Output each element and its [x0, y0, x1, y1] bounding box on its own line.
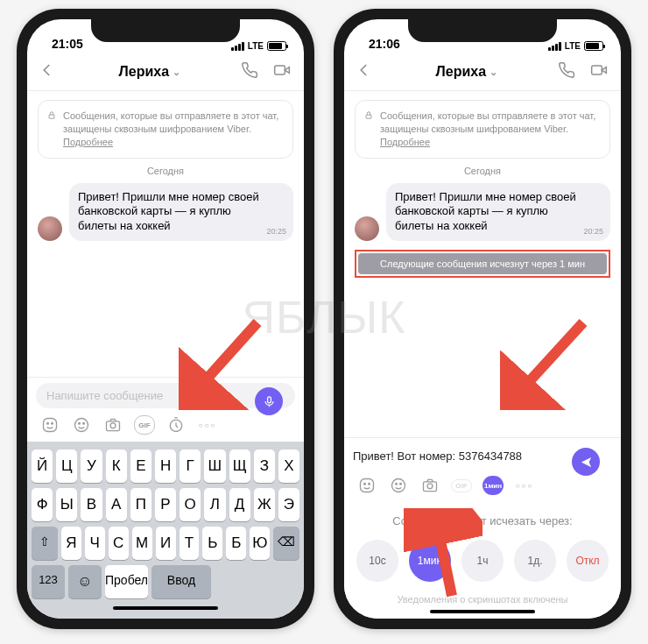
encryption-notice: Сообщения, которые вы отправляете в этот… — [355, 100, 610, 159]
more-icon[interactable]: ○○○ — [514, 476, 535, 495]
notch — [408, 18, 557, 42]
key-Ь[interactable]: Ь — [202, 527, 222, 560]
timer-icon[interactable] — [166, 415, 187, 435]
timer-option-10s[interactable]: 10с — [356, 540, 398, 582]
home-indicator[interactable] — [430, 610, 535, 613]
phone-left: 21:05 LTE Лериха ⌄ — [17, 9, 314, 629]
key-Ч[interactable]: Ч — [85, 527, 105, 560]
key-Я[interactable]: Я — [61, 527, 81, 560]
more-link[interactable]: Подробнее — [63, 137, 113, 147]
key-Ы[interactable]: Ы — [56, 488, 77, 521]
input-bar: Привет! Вот номер: 5376434788 GIF 1мин ○… — [344, 437, 621, 502]
sticker-icon[interactable] — [388, 476, 409, 495]
key-Р[interactable]: Р — [155, 488, 176, 521]
call-icon[interactable] — [241, 61, 258, 82]
key-П[interactable]: П — [130, 488, 151, 521]
timer-option-1d[interactable]: 1д. — [514, 540, 556, 582]
enter-key[interactable]: Ввод — [151, 565, 211, 598]
svg-point-7 — [75, 419, 88, 432]
panel-title: Сообщения будут исчезать через: — [353, 514, 612, 527]
timer-option-1h[interactable]: 1ч — [461, 540, 504, 582]
svg-point-25 — [427, 484, 433, 489]
signal-icon — [548, 42, 561, 51]
svg-marker-1 — [285, 67, 289, 73]
svg-rect-2 — [49, 115, 54, 118]
svg-point-11 — [110, 423, 116, 428]
svg-point-9 — [83, 423, 85, 425]
backspace-key[interactable]: ⌫ — [273, 527, 299, 560]
key-М[interactable]: М — [132, 527, 152, 560]
123-key[interactable]: 123 — [32, 565, 65, 598]
timer-pill[interactable]: 1мин — [482, 476, 504, 495]
key-Ю[interactable]: Ю — [250, 527, 270, 560]
key-Ф[interactable]: Ф — [32, 488, 53, 521]
key-Ж[interactable]: Ж — [254, 488, 275, 521]
key-Ц[interactable]: Ц — [56, 449, 77, 483]
key-Ш[interactable]: Ш — [204, 449, 225, 483]
svg-point-6 — [52, 423, 53, 425]
message-text: Привет! Пришли мне номер своей банковско… — [395, 190, 576, 233]
video-icon[interactable] — [272, 61, 292, 82]
emoji-key[interactable]: ☺ — [68, 565, 102, 598]
signal-icon — [231, 42, 244, 51]
space-key[interactable]: Пробел — [105, 565, 148, 598]
emoji-icon[interactable] — [39, 415, 60, 435]
key-Е[interactable]: Е — [130, 449, 151, 483]
video-icon[interactable] — [589, 61, 609, 82]
back-icon[interactable] — [39, 62, 59, 81]
key-Г[interactable]: Г — [180, 449, 201, 483]
toolbar: GIF 1мин ○○○ — [353, 474, 612, 497]
shift-key[interactable]: ⇧ — [32, 527, 58, 560]
chat-name: Лериха — [119, 64, 170, 79]
key-Н[interactable]: Н — [155, 449, 176, 483]
sticker-icon[interactable] — [71, 415, 92, 435]
key-Х[interactable]: Х — [278, 449, 299, 483]
key-И[interactable]: И — [156, 527, 176, 560]
avatar[interactable] — [38, 216, 62, 241]
day-label: Сегодня — [38, 166, 293, 176]
avatar[interactable] — [355, 216, 379, 241]
timer-option-off[interactable]: Откл — [567, 540, 609, 582]
chevron-down-icon: ⌄ — [173, 67, 180, 77]
back-icon[interactable] — [356, 62, 376, 81]
key-А[interactable]: А — [106, 488, 127, 521]
chat-body: Сообщения, которые вы отправляете в этот… — [27, 91, 304, 377]
key-Э[interactable]: Э — [278, 488, 299, 521]
camera-icon[interactable] — [102, 415, 123, 435]
key-У[interactable]: У — [81, 449, 102, 483]
gif-button: GIF — [451, 476, 472, 495]
camera-icon[interactable] — [419, 476, 440, 495]
chat-title[interactable]: Лериха ⌄ — [66, 64, 234, 80]
key-В[interactable]: В — [81, 488, 102, 521]
chat-title[interactable]: Лериха ⌄ — [383, 64, 551, 80]
svg-rect-4 — [44, 419, 57, 432]
key-Щ[interactable]: Щ — [229, 449, 250, 483]
key-Б[interactable]: Б — [226, 527, 246, 560]
key-К[interactable]: К — [106, 449, 127, 483]
screenshot-note: Уведомления о скриншотах включены — [353, 594, 612, 605]
home-indicator[interactable] — [113, 606, 218, 610]
svg-rect-17 — [366, 115, 371, 118]
key-О[interactable]: О — [180, 488, 201, 521]
key-Л[interactable]: Л — [204, 488, 225, 521]
timer-option-1min[interactable]: 1мин — [409, 540, 451, 582]
key-С[interactable]: С — [109, 527, 129, 560]
gif-button[interactable]: GIF — [134, 415, 155, 435]
more-icon[interactable]: ○○○ — [197, 415, 218, 435]
key-Т[interactable]: Т — [180, 527, 200, 560]
emoji-icon[interactable] — [356, 476, 377, 495]
chat-body: Сообщения, которые вы отправляете в этот… — [344, 91, 621, 437]
status-time: 21:05 — [52, 37, 83, 51]
microphone-button[interactable] — [255, 387, 283, 415]
key-Й[interactable]: Й — [32, 449, 53, 483]
message-bubble[interactable]: Привет! Пришли мне номер своей банковско… — [386, 183, 610, 242]
ephemeral-banner: Следующие сообщения исчезнут через 1 мин — [358, 253, 607, 274]
send-button[interactable] — [572, 448, 600, 476]
lock-icon — [364, 110, 373, 120]
toolbar: GIF ○○○ — [36, 414, 295, 436]
message-bubble[interactable]: Привет! Пришли мне номер своей банковско… — [69, 183, 293, 242]
key-Д[interactable]: Д — [229, 488, 250, 521]
call-icon[interactable] — [558, 61, 575, 82]
more-link[interactable]: Подробнее — [380, 137, 430, 147]
key-З[interactable]: З — [254, 449, 275, 483]
